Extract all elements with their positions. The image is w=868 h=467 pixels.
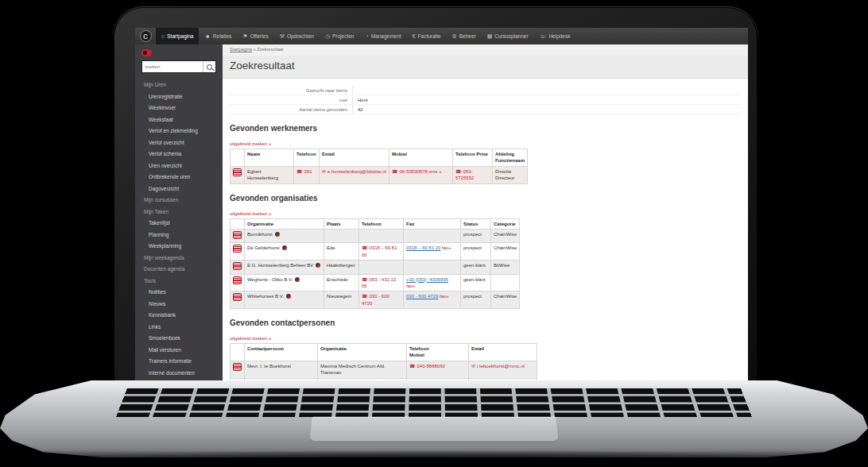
sidebar-item-weekinvoer[interactable]: Weekinvoer <box>135 102 223 114</box>
cell-text: prospect <box>463 232 482 237</box>
column-header: Email <box>469 344 537 361</box>
cell-text: Enschede <box>327 277 348 282</box>
fax-link[interactable]: fax» <box>406 284 415 288</box>
nav-item-label: Beheer <box>459 33 476 39</box>
search-input[interactable] <box>142 61 203 72</box>
chainwise-logo-icon[interactable]: C <box>135 28 156 44</box>
sidebar-item-verlof-schema[interactable]: Verlof schema <box>135 149 223 160</box>
section-organisaties: Gevonden organisaties uitgebreid zoeken … <box>230 194 741 310</box>
nav-item-relaties[interactable]: ☻Relaties <box>199 28 237 44</box>
search-icon <box>207 64 212 70</box>
phone-link[interactable]: 040-8888060 <box>417 364 444 369</box>
table-row: E.G. Horsselenberg Beheer BVHaaksbergeng… <box>231 261 520 274</box>
sidebar-item-notities[interactable]: Notities <box>135 287 223 299</box>
sidebar-item-urenregistratie[interactable]: Urenregistratie <box>135 91 223 103</box>
app-window: C ⌂Startpagina☻Relaties⚑Offertes⚒Opdrach… <box>135 28 748 383</box>
sidebar-item-docenten-agenda[interactable]: Docenten agenda <box>135 264 223 276</box>
sidebar-item-dagoverzicht[interactable]: Dagoverzicht <box>135 183 223 195</box>
list-icon[interactable] <box>233 231 242 239</box>
sidebar-item-mijn-taken[interactable]: Mijn Taken <box>135 206 223 218</box>
phone-link[interactable]: 291 <box>304 169 312 174</box>
menu-toggle-icon[interactable] <box>141 49 152 56</box>
sidebar-item-interne-documenten[interactable]: Interne documenten <box>135 368 223 380</box>
organisaties-table: OrganisatiePlaatsTelefoonFaxStatusCatego… <box>230 218 741 310</box>
sidebar-item-links[interactable]: Links <box>135 322 223 334</box>
fax-number-link[interactable]: 030 - 600 4729 <box>406 294 438 299</box>
sidebar-item-weekstaat[interactable]: Weekstaat <box>135 114 223 126</box>
sidebar-item-planning[interactable]: Planning <box>135 230 223 241</box>
sidebar-item-takenlijst[interactable]: Takenlijst <box>135 218 223 230</box>
sidebar-item-tools[interactable]: Tools <box>135 276 223 288</box>
uitgebreid-zoeken-link[interactable]: uitgebreid zoeken » <box>230 211 271 216</box>
cursusplanner-calendar-icon: ▦ <box>487 33 493 40</box>
management-piechart-icon: ◔ <box>365 33 368 39</box>
column-header: Naam <box>245 149 294 167</box>
sidebar-item-ontbrekende-uren[interactable]: Ontbrekende uren <box>135 172 223 183</box>
cell-text: Ede <box>327 245 335 250</box>
facturatie-euro-icon: € <box>413 33 416 39</box>
nav-item-opdrachten[interactable]: ⚒Opdrachten <box>274 28 320 44</box>
fax-link[interactable]: fax» <box>440 245 451 250</box>
sidebar-item-mijn-cursussen[interactable]: Mijn cursussen <box>135 195 223 206</box>
projecten-clock-icon: ◷ <box>325 33 330 40</box>
sidebar-item-smoelenboek[interactable]: Smoelenboek <box>135 333 223 345</box>
nav-item-label: Helpdesk <box>548 33 570 39</box>
sidebar-item-weekplanning[interactable]: Weekplanning <box>135 241 223 253</box>
map-route-icon[interactable] <box>316 263 320 268</box>
phone-link[interactable]: 06-53530578 <box>399 169 427 174</box>
uitgebreid-zoeken-link[interactable]: uitgebreid zoeken » <box>230 141 271 146</box>
list-icon[interactable] <box>233 363 242 371</box>
email-link[interactable]: e.horsselenberg@bitwise.nl <box>327 169 386 174</box>
sidebar-item-uren-overzicht[interactable]: Uren overzicht <box>135 160 223 172</box>
laptop-trackpad <box>309 417 558 442</box>
sidebar-item-mail-versturen[interactable]: Mail versturen <box>135 345 223 357</box>
column-header: Organisatie <box>245 218 324 229</box>
org-name: E.G. Horsselenberg Beheer BV <box>247 263 313 268</box>
nav-item-helpdesk[interactable]: ☏Helpdesk <box>534 28 576 44</box>
nav-item-facturatie[interactable]: €Facturatie <box>407 28 447 44</box>
nav-item-startpagina[interactable]: ⌂Startpagina <box>156 28 199 44</box>
list-icon[interactable] <box>233 276 242 284</box>
sms-link[interactable]: sms » <box>428 169 442 174</box>
fax-number-link[interactable]: 0318 – 69 81 20 <box>406 245 440 250</box>
phone-icon: ☎ <box>362 245 367 250</box>
sidebar-item-trainers-informatie[interactable]: Trainers informatie <box>135 356 223 368</box>
column-header: Organisatie <box>318 344 407 361</box>
uitgebreid-zoeken-link[interactable]: uitgebreid zoeken » <box>230 336 271 341</box>
sidebar-item-mijn-weekagenda[interactable]: Mijn weekagenda <box>135 253 223 264</box>
nav-item-management[interactable]: ◔Management <box>359 28 406 44</box>
cell-text: Nieuwegein <box>327 294 351 299</box>
summary-row: met Hors <box>230 95 741 105</box>
org-name: Whitehorses B.V. <box>247 294 284 299</box>
list-icon[interactable] <box>233 245 242 253</box>
list-icon[interactable] <box>233 168 242 176</box>
nav-item-cursusplanner[interactable]: ▦Cursusplanner <box>482 28 534 44</box>
werknemers-table: NaamTelefoonEmailMobielTelefoon PriveAfd… <box>230 149 741 184</box>
nav-item-projecten[interactable]: ◷Projecten <box>320 28 360 44</box>
sidebar-item-verlof-en-ziekmelding[interactable]: Verlof en ziekmelding <box>135 125 223 137</box>
laptop-screen-bezel: C ⌂Startpagina☻Relaties⚑Offertes⚒Opdrach… <box>113 6 758 383</box>
phone-icon: ☎ <box>409 364 415 369</box>
fax-link[interactable]: fax» <box>438 294 448 299</box>
phone-icon: ☎ <box>362 277 367 282</box>
map-route-icon[interactable] <box>295 277 300 282</box>
nav-item-offertes[interactable]: ⚑Offertes <box>237 28 273 44</box>
page-title: Zoekresultaat <box>230 60 741 71</box>
sidebar-item-kennisbank[interactable]: Kennisbank <box>135 310 223 322</box>
list-icon[interactable] <box>233 293 242 301</box>
fax-number-link[interactable]: +31 (053) -4305995 <box>406 277 448 282</box>
list-icon[interactable] <box>233 262 242 270</box>
email-link[interactable]: i.teboekhorst@mmc.nl <box>477 364 525 369</box>
sidebar-item-verlof-overzicht[interactable]: Verlof overzicht <box>135 137 223 149</box>
sidebar-item-nieuws[interactable]: Nieuws <box>135 299 223 311</box>
map-route-icon[interactable] <box>282 245 287 250</box>
nav-item-beheer[interactable]: ⚙Beheer <box>446 28 481 44</box>
sidebar-item-mijn-uren[interactable]: Mijn Uren <box>135 79 223 91</box>
map-route-icon[interactable] <box>275 232 280 237</box>
summary-label: met <box>230 95 353 104</box>
column-header: Telefoon <box>294 149 320 167</box>
breadcrumb-home-link[interactable]: Startpagina <box>230 47 252 52</box>
map-route-icon[interactable] <box>286 294 291 299</box>
search-button[interactable] <box>203 61 215 72</box>
cell-text: prospect <box>463 245 482 250</box>
